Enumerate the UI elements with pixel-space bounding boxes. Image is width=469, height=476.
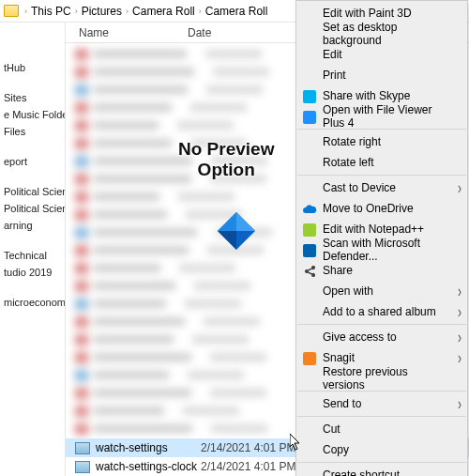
context-menu-item-label: Open with File Viewer Plus 4: [323, 103, 450, 130]
context-menu-separator: [297, 175, 466, 176]
context-menu-item-label: Edit with Paint 3D: [323, 7, 412, 20]
chevron-right-icon: ›: [126, 7, 129, 16]
context-menu-item-label: Scan with Microsoft Defender...: [323, 237, 450, 263]
context-menu-item[interactable]: Copy: [296, 439, 467, 460]
context-menu-item[interactable]: Set as desktop background: [296, 23, 467, 44]
context-menu-item[interactable]: Rotate left: [296, 152, 467, 173]
chevron-right-icon: ›: [24, 7, 27, 16]
nav-item[interactable]: arning: [0, 216, 65, 233]
svg-rect-5: [303, 111, 316, 124]
image-file-icon: [75, 442, 90, 454]
file-name[interactable]: watch-settings-clock: [96, 460, 201, 473]
context-menu-item-label: Snagit: [323, 351, 355, 364]
nav-item[interactable]: [0, 41, 65, 58]
chevron-right-icon: ›: [75, 7, 78, 16]
share-icon: [302, 264, 317, 279]
context-menu-item[interactable]: Scan with Microsoft Defender...: [296, 239, 467, 260]
context-menu-separator: [297, 462, 466, 463]
nav-item[interactable]: Files: [0, 122, 65, 139]
chevron-right-icon: ›: [199, 7, 202, 16]
svg-marker-9: [290, 434, 299, 450]
context-menu-item-label: Open with: [323, 284, 373, 298]
svg-rect-7: [303, 244, 316, 257]
image-file-icon: [75, 461, 90, 473]
context-menu-item[interactable]: Create shortcut: [296, 465, 467, 476]
context-menu-item-label: Edit with Notepad++: [323, 223, 424, 236]
nav-item[interactable]: tudio 2019: [0, 263, 65, 280]
context-menu-item[interactable]: Cut: [296, 419, 467, 439]
svg-marker-2: [218, 231, 236, 250]
svg-rect-6: [303, 223, 316, 237]
context-menu-separator: [297, 416, 466, 417]
context-menu-item[interactable]: Rotate right: [296, 131, 467, 152]
context-menu-item-label: Edit: [323, 48, 342, 61]
nav-item[interactable]: eport: [0, 152, 65, 169]
svg-rect-8: [303, 352, 316, 365]
svg-marker-1: [236, 212, 255, 231]
context-menu-item-label: Create shortcut: [323, 468, 400, 476]
context-menu-item-label: Share: [323, 264, 353, 277]
context-menu-item[interactable]: Give access to: [296, 327, 467, 347]
context-menu-item-label: Share with Skype: [323, 89, 410, 102]
context-menu-item-label: Send to: [323, 397, 361, 410]
context-menu-item-label: Move to OneDrive: [323, 202, 414, 215]
context-menu-item-label: Cast to Device: [323, 181, 396, 194]
folder-icon: [4, 5, 19, 17]
nav-item[interactable]: Political Scienc: [0, 182, 65, 199]
context-menu-item-label: Copy: [323, 443, 349, 456]
context-menu-item[interactable]: Open with: [296, 281, 467, 301]
column-header-name[interactable]: Name: [66, 26, 188, 39]
context-menu-item[interactable]: Share: [296, 260, 467, 281]
context-menu-item[interactable]: Move to OneDrive: [296, 198, 467, 219]
annotation-line2: Option: [198, 160, 255, 179]
context-menu-item-label: Rotate left: [323, 156, 374, 169]
context-menu[interactable]: Edit with Paint 3DSet as desktop backgro…: [295, 0, 468, 476]
context-menu-item[interactable]: Add to a shared album: [296, 301, 467, 322]
windows-club-logo-icon: [216, 210, 257, 252]
snagit-icon: [302, 351, 317, 366]
nav-item[interactable]: Technical: [0, 246, 65, 263]
context-menu-item[interactable]: Cast to Device: [296, 177, 467, 198]
breadcrumb-item[interactable]: This PC: [31, 5, 71, 18]
context-menu-item[interactable]: Send to: [296, 393, 467, 414]
context-menu-item[interactable]: Restore previous versions: [296, 368, 467, 389]
fileviewer-icon: [302, 110, 317, 125]
context-menu-item-label: Rotate right: [323, 135, 381, 148]
file-name[interactable]: watch-settings: [96, 441, 201, 454]
skype-icon: [302, 89, 317, 104]
annotation-text: No Preview Option: [178, 139, 274, 180]
nav-item[interactable]: tHub: [0, 58, 65, 75]
breadcrumb-item[interactable]: Pictures: [82, 5, 122, 18]
context-menu-item-label: Print: [323, 69, 346, 82]
context-menu-item-label: Add to a shared album: [323, 305, 436, 318]
nav-item[interactable]: Sites: [0, 88, 65, 105]
svg-marker-3: [218, 212, 236, 231]
column-header-date[interactable]: Date: [188, 26, 291, 39]
svg-rect-4: [303, 90, 316, 103]
nav-item[interactable]: microeconom: [0, 293, 65, 310]
context-menu-item[interactable]: Edit: [296, 44, 467, 65]
breadcrumb-item[interactable]: Camera Roll: [205, 5, 268, 18]
context-menu-item-label: Give access to: [323, 330, 397, 344]
navigation-pane[interactable]: tHub Sites e Music Folder Files eport Po…: [0, 23, 66, 476]
onedrive-icon: [302, 202, 317, 217]
context-menu-item[interactable]: Open with File Viewer Plus 4: [296, 106, 467, 127]
nav-item[interactable]: e Music Folder: [0, 105, 65, 122]
notepadpp-icon: [302, 223, 317, 238]
defender-icon: [302, 243, 317, 258]
context-menu-item[interactable]: Print: [296, 65, 467, 85]
breadcrumb-item[interactable]: Camera Roll: [132, 5, 195, 18]
mouse-cursor-icon: [290, 434, 301, 451]
context-menu-separator: [297, 324, 466, 325]
annotation-line1: No Preview: [178, 139, 274, 159]
context-menu-item-label: Cut: [323, 422, 340, 436]
context-menu-item-label: Set as desktop background: [323, 21, 450, 47]
context-menu-item-label: Restore previous versions: [323, 365, 450, 392]
nav-item[interactable]: Political Scienc: [0, 199, 65, 216]
